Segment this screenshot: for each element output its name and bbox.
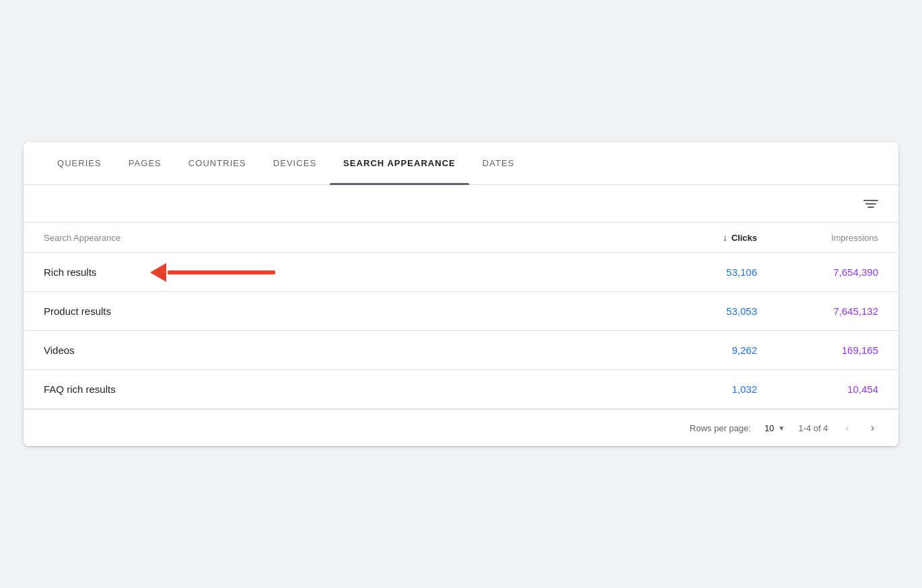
tab-dates[interactable]: DATES (469, 142, 528, 185)
table-footer: Rows per page: 10 ▼ 1-4 of 4 ‹ › (24, 409, 898, 446)
prev-page-button[interactable]: ‹ (841, 419, 853, 437)
sort-arrow-icon: ↓ (723, 232, 728, 243)
arrow-annotation (151, 263, 275, 282)
row-clicks: 1,032 (636, 383, 757, 395)
filter-line-3 (867, 207, 874, 208)
row-clicks: 53,106 (636, 266, 757, 278)
rows-per-page-label: Rows per page: (690, 423, 751, 433)
column-header-label: Search Appearance (44, 233, 636, 243)
arrow-head (150, 263, 166, 282)
filter-row (24, 185, 898, 223)
row-impressions: 7,654,390 (757, 266, 878, 278)
tab-devices[interactable]: DEVICES (260, 142, 330, 185)
tab-search-appearance[interactable]: SEARCH APPEARANCE (330, 142, 469, 185)
main-card: QUERIES PAGES COUNTRIES DEVICES SEARCH A… (24, 142, 898, 446)
column-header-impressions[interactable]: Impressions (757, 233, 878, 243)
row-label: Product results (44, 305, 636, 317)
table-row: Rich results 53,106 7,654,390 (24, 253, 898, 292)
rows-dropdown-arrow-icon: ▼ (778, 425, 785, 432)
row-label: FAQ rich results (44, 383, 636, 395)
row-impressions: 10,454 (757, 383, 878, 395)
pagination-info: 1-4 of 4 (798, 423, 828, 433)
table-row: Product results 53,053 7,645,132 (24, 292, 898, 331)
table-row: Videos 9,262 169,165 (24, 331, 898, 370)
rows-per-page-value: 10 (765, 423, 774, 433)
column-clicks-text: Clicks (732, 233, 757, 243)
tab-queries[interactable]: QUERIES (44, 142, 115, 185)
filter-button[interactable] (863, 200, 878, 208)
table-row: FAQ rich results 1,032 10,454 (24, 370, 898, 409)
row-impressions: 7,645,132 (757, 305, 878, 317)
row-label: Rich results (44, 266, 636, 278)
tab-countries[interactable]: COUNTRIES (175, 142, 260, 185)
filter-line-1 (863, 200, 878, 201)
row-clicks: 9,262 (636, 344, 757, 356)
row-impressions: 169,165 (757, 344, 878, 356)
rows-per-page-select[interactable]: 10 ▼ (765, 423, 785, 433)
tab-pages[interactable]: PAGES (115, 142, 175, 185)
filter-line-2 (865, 203, 876, 205)
tabs-container: QUERIES PAGES COUNTRIES DEVICES SEARCH A… (24, 142, 898, 185)
arrow-shaft (168, 270, 275, 274)
next-page-button[interactable]: › (867, 419, 878, 437)
row-label: Videos (44, 344, 636, 356)
column-header-clicks[interactable]: ↓ Clicks (636, 232, 757, 243)
row-clicks: 53,053 (636, 305, 757, 317)
table-header: Search Appearance ↓ Clicks Impressions (24, 223, 898, 253)
